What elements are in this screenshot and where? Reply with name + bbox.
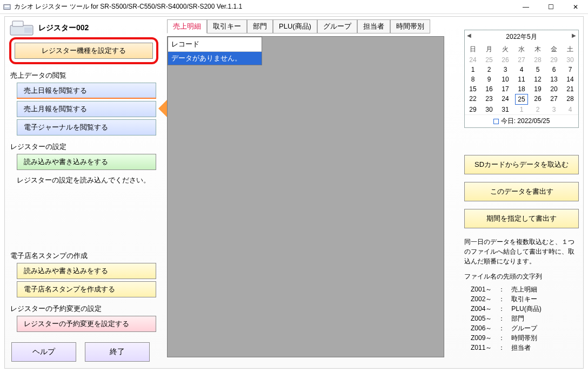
cal-dow: 金 — [546, 44, 562, 55]
today-marker-icon — [493, 119, 499, 124]
cal-day[interactable]: 24 — [465, 55, 481, 65]
app-icon — [3, 3, 11, 11]
close-button[interactable]: ✕ — [563, 0, 588, 14]
tab-0[interactable]: 売上明細 — [167, 19, 207, 33]
window-title: カシオ レジスター ツール for SR-S500/SR-C550/SR-S40… — [14, 2, 242, 11]
cal-day[interactable]: 26 — [530, 94, 546, 105]
cal-day[interactable]: 2 — [481, 65, 497, 74]
cal-day[interactable]: 7 — [562, 65, 578, 74]
svg-rect-4 — [24, 28, 32, 33]
tab-5[interactable]: 担当者 — [357, 19, 390, 33]
rw-settings-button[interactable]: 読み込みや書き込みをする — [17, 154, 156, 170]
cal-day[interactable]: 25 — [515, 94, 528, 105]
browse-journal-button[interactable]: 電子ジャーナルを閲覧する — [17, 119, 156, 135]
tab-2[interactable]: 部門 — [247, 19, 273, 33]
cal-day[interactable]: 18 — [513, 84, 530, 94]
cal-day[interactable]: 27 — [546, 94, 562, 105]
set-model-highlight: レジスター機種を設定する — [9, 37, 158, 64]
minimize-button[interactable]: ― — [513, 0, 538, 14]
cal-day[interactable]: 12 — [530, 74, 546, 84]
calendar[interactable]: ◀ 2022年5月 ▶ 日月火水木金土 24252627282930123456… — [464, 30, 579, 128]
today-label[interactable]: 今日: 2022/05/25 — [501, 117, 550, 126]
cal-dow: 土 — [562, 44, 578, 55]
cal-day[interactable]: 8 — [465, 74, 481, 84]
cal-day[interactable]: 30 — [481, 105, 497, 114]
section-stamp: 電子店名スタンプの作成 — [10, 251, 158, 261]
cal-dow: 日 — [465, 44, 481, 55]
cal-day[interactable]: 28 — [530, 55, 546, 65]
help-button[interactable]: ヘルプ — [11, 342, 76, 362]
cal-day[interactable]: 24 — [497, 94, 513, 105]
tab-bar: 売上明細取引キー部門PLU(商品)グループ担当者時間帯別 — [167, 19, 459, 33]
cal-day[interactable]: 10 — [497, 74, 513, 84]
cal-day[interactable]: 4 — [562, 105, 578, 114]
register-icon — [9, 20, 34, 36]
exit-button[interactable]: 終了 — [85, 342, 150, 362]
cal-day[interactable]: 30 — [562, 55, 578, 65]
settings-hint: レジスターの設定を読み込んでください。 — [17, 175, 158, 185]
cal-day[interactable]: 22 — [465, 94, 481, 105]
cal-day[interactable]: 14 — [562, 74, 578, 84]
maximize-button[interactable]: ☐ — [538, 0, 563, 14]
cal-day[interactable]: 1 — [465, 65, 481, 74]
export-period-button[interactable]: 期間を指定して書出す — [464, 209, 579, 228]
browse-monthly-button[interactable]: 売上月報を閲覧する — [17, 101, 156, 117]
make-stamp-button[interactable]: 電子店名スタンプを作成する — [17, 281, 156, 297]
cal-day[interactable]: 5 — [530, 65, 546, 74]
cal-day[interactable]: 11 — [513, 74, 530, 84]
cal-day[interactable]: 4 — [513, 65, 530, 74]
cal-dow: 水 — [513, 44, 530, 55]
cal-day[interactable]: 13 — [546, 74, 562, 84]
cal-day[interactable]: 23 — [481, 94, 497, 105]
files-head: ファイル名の先頭の文字列 — [464, 272, 579, 281]
rw-stamp-button[interactable]: 読み込みや書き込みをする — [17, 263, 156, 279]
reserve-button[interactable]: レジスターの予約変更を設定する — [17, 316, 156, 332]
section-reserve: レジスターの予約変更の設定 — [10, 304, 158, 314]
list-empty-row[interactable]: データがありません。 — [168, 52, 262, 65]
cal-dow: 木 — [530, 44, 546, 55]
export-data-button[interactable]: このデータを書出す — [464, 182, 579, 201]
cal-dow: 火 — [497, 44, 513, 55]
tab-1[interactable]: 取引キー — [207, 19, 247, 33]
tab-3[interactable]: PLU(商品) — [273, 19, 317, 33]
cal-day[interactable]: 20 — [546, 84, 562, 94]
calendar-title: 2022年5月 — [506, 33, 537, 40]
cal-day[interactable]: 21 — [562, 84, 578, 94]
cal-day[interactable]: 31 — [497, 105, 513, 114]
files-list: Z001～ ： 売上明細 Z002～ ： 取引キー Z004～ ： PLU(商品… — [464, 284, 579, 352]
cal-day[interactable]: 17 — [497, 84, 513, 94]
cal-day[interactable]: 27 — [513, 55, 530, 65]
tab-6[interactable]: 時間帯別 — [390, 19, 430, 33]
browse-daily-button[interactable]: 売上日報を閲覧する — [17, 83, 156, 99]
cal-day[interactable]: 25 — [481, 55, 497, 65]
svg-rect-1 — [5, 5, 10, 7]
section-sales-browse: 売上データの閲覧 — [10, 71, 158, 80]
right-info-text: 同一日のデータを複数取込むと、１つのファイルへ結合して書出す時に、取込んだ順番に… — [464, 237, 579, 266]
cal-dow: 月 — [481, 44, 497, 55]
record-list[interactable]: レコード データがありません。 — [167, 36, 444, 357]
tab-4[interactable]: グループ — [317, 19, 357, 33]
cal-prev-icon[interactable]: ◀ — [467, 32, 471, 38]
cal-day[interactable]: 3 — [546, 105, 562, 114]
cal-next-icon[interactable]: ▶ — [572, 32, 576, 38]
register-name: レジスター002 — [38, 23, 89, 33]
cal-day[interactable]: 26 — [497, 55, 513, 65]
cal-day[interactable]: 9 — [481, 74, 497, 84]
cal-day[interactable]: 6 — [546, 65, 562, 74]
cal-day[interactable]: 3 — [497, 65, 513, 74]
title-bar: カシオ レジスター ツール for SR-S500/SR-C550/SR-S40… — [0, 0, 588, 14]
cal-day[interactable]: 1 — [513, 105, 530, 114]
sd-import-button[interactable]: SDカードからデータを取込む — [464, 155, 579, 174]
section-reg-settings: レジスターの設定 — [10, 142, 158, 152]
svg-rect-3 — [12, 21, 23, 26]
cal-day[interactable]: 29 — [546, 55, 562, 65]
cal-day[interactable]: 19 — [530, 84, 546, 94]
cal-day[interactable]: 15 — [465, 84, 481, 94]
cal-day[interactable]: 2 — [530, 105, 546, 114]
cal-day[interactable]: 16 — [481, 84, 497, 94]
cal-day[interactable]: 28 — [562, 94, 578, 105]
cal-day[interactable]: 29 — [465, 105, 481, 114]
set-model-button[interactable]: レジスター機種を設定する — [15, 43, 153, 59]
list-header: レコード — [168, 37, 262, 52]
